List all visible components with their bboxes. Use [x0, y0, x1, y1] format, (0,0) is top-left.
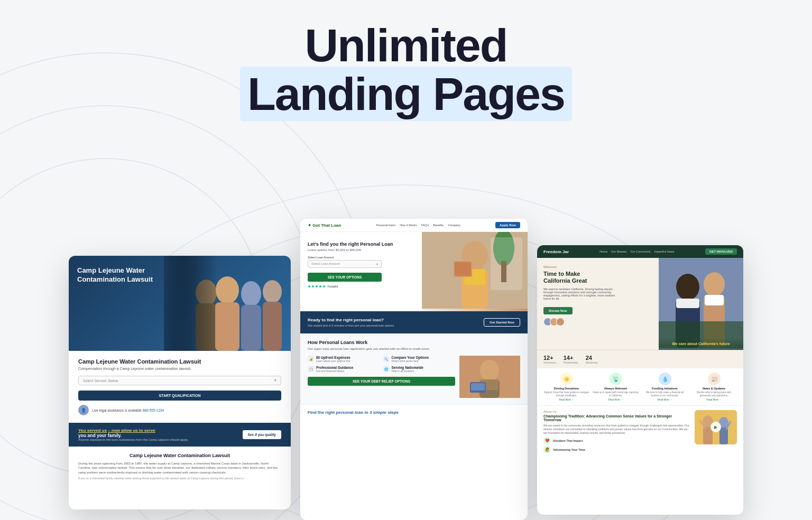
how-item-4: 🌐 Serving Nationwide Help in all locatio… — [383, 366, 456, 373]
star-4 — [319, 285, 322, 288]
center-find-loan: Find the right personal loan in 3 simple… — [300, 404, 528, 420]
loan-amount-select[interactable]: Select Loan Amount ▾ — [308, 260, 382, 268]
see-options-button[interactable]: SEE YOUR OPTIONS — [308, 273, 382, 282]
news-updates-icon: 📰 — [708, 373, 721, 385]
read-more-2[interactable]: Read More → — [593, 398, 639, 401]
how-item-2-desc: Select what works best — [392, 359, 429, 363]
right-nav-link-1[interactable]: Home — [599, 250, 607, 253]
feat-title-2: Always Relevant — [593, 387, 639, 390]
svg-rect-23 — [491, 237, 522, 290]
guidance-icon: 📋 — [308, 366, 314, 372]
right-hero-heading: Time to Make California Great — [543, 271, 652, 284]
about-heading: Championing Tradition: Advancing Common … — [543, 414, 690, 422]
right-hero-text: Welcome Time to Make California Great We… — [537, 258, 659, 350]
funding-initiatives-icon: 💧 — [659, 373, 671, 385]
play-button-overlay: ▶ — [695, 410, 737, 444]
stat-label-2: Partnerships — [564, 361, 578, 364]
right-navbar: Freedom Jar Home Our Mission Our Communi… — [537, 245, 743, 258]
card-left-content-title: Camp Lejeune Water Contamination Lawsuit — [78, 358, 281, 365]
avatar-row — [543, 318, 652, 326]
nav-link-2[interactable]: How it Works — [400, 224, 417, 227]
read-more-1[interactable]: Read More → — [543, 398, 589, 401]
driving-donations-icon: ☀️ — [560, 373, 573, 385]
see-qualify-button[interactable]: See if you qualify — [243, 430, 281, 439]
feat-news-updates: 📰 News & Updates Monitor what is taking … — [691, 373, 737, 401]
right-nav-link-4[interactable]: Impactful News — [654, 250, 675, 253]
how-right-image — [459, 356, 520, 398]
svg-point-10 — [241, 281, 261, 307]
how-item-4-title: Serving Nationwide — [392, 366, 423, 369]
feat-always-relevant: 📡 Always Relevant Keep up to speed with … — [593, 373, 639, 401]
center-nav-links: Personal loans How it Works FAQ's Benefi… — [376, 224, 460, 227]
loan-placeholder: Select Loan Amount — [311, 262, 340, 266]
nav-link-5[interactable]: Company — [448, 224, 460, 227]
center-logo: ✦ Got That Loan — [308, 223, 341, 228]
avatar: 👤 — [78, 405, 89, 415]
svg-rect-9 — [215, 302, 239, 351]
right-logo: Freedom Jar — [543, 249, 569, 254]
how-item-1-desc: Learn about your options first — [316, 359, 350, 363]
how-item-1-title: $0 Upfront Expenses — [316, 356, 350, 359]
welcome-label: Welcome — [543, 265, 652, 268]
stat-partnerships: 14+ Partnerships — [564, 355, 578, 364]
how-item-2-text: Compare Your Options Select what works b… — [392, 356, 429, 363]
stat-volunteers: 12+ Volunteers — [543, 355, 556, 364]
freedom-jar-card: Freedom Jar Home Our Mission Our Communi… — [537, 245, 743, 515]
compare-icon: 🔍 — [383, 356, 390, 362]
nav-link-4[interactable]: Benefits — [433, 224, 444, 227]
right-nav-link-2[interactable]: Our Mission — [611, 250, 626, 253]
read-more-4[interactable]: Read More → — [691, 398, 737, 401]
right-nav-cta[interactable]: GET INVOLVED — [705, 248, 737, 255]
service-status-select[interactable]: Select Service Status ▾ — [78, 376, 281, 385]
stat-label-3: Mentoring — [586, 361, 597, 364]
center-banner-text: Ready to find the right personal loan? G… — [308, 318, 394, 327]
center-card-inner: ✦ Got That Loan Personal loans How it Wo… — [300, 219, 528, 520]
right-card-inner: Freedom Jar Home Our Mission Our Communi… — [537, 245, 743, 515]
get-started-button[interactable]: Get Started Now — [484, 318, 520, 327]
donate-now-button[interactable]: Donate Now — [543, 307, 573, 314]
how-item-3-text: Professional Guidance Get and financial … — [316, 366, 353, 373]
right-hero-overlay: We care about California's future — [659, 338, 743, 350]
feat-title-1: Driving Donations — [543, 387, 589, 390]
svg-point-12 — [263, 280, 282, 303]
right-nav-link-3[interactable]: Our Community — [630, 250, 651, 253]
how-grid: 💰 $0 Upfront Expenses Learn about your o… — [308, 356, 455, 373]
phone-link[interactable]: 888-555-1234 — [143, 408, 164, 412]
got-that-loan-card: ✦ Got That Loan Personal loans How it Wo… — [300, 219, 528, 520]
read-more-3[interactable]: Read More → — [642, 398, 688, 401]
right-stats: 12+ Volunteers 14+ Partnerships 24 Mento… — [537, 350, 743, 368]
svg-rect-37 — [705, 295, 724, 305]
debt-relief-button[interactable]: SEE YOUR DEBT RELIEF OPTIONS — [308, 377, 455, 386]
center-nav-cta[interactable]: Apply Now — [495, 222, 520, 228]
card-left-content: Camp Lejeune Water Contamination Lawsuit… — [69, 351, 291, 423]
find-sub-text: 3 simple steps — [370, 410, 399, 415]
volunteering-row: 🙋 Volunteering Your Time — [543, 446, 690, 453]
how-item-3-title: Professional Guidance — [316, 366, 353, 369]
live-assist-label: Live legal assistance is available — [92, 408, 143, 412]
nav-link-1[interactable]: Personal loans — [376, 224, 395, 227]
hero-heading-1: Time to Make — [543, 271, 580, 277]
start-qualification-button[interactable]: START QUALIFICATION — [78, 391, 281, 401]
stat-num-3: 24 — [586, 355, 597, 361]
card-left-footer-p2: If you or a cherished family member were… — [78, 477, 281, 481]
how-item-3-desc: Get and financial advice — [316, 369, 353, 373]
how-item-2: 🔍 Compare Your Options Select what works… — [383, 356, 456, 363]
feat-desc-1: Support those that have guides to naviga… — [543, 391, 589, 397]
center-logo-text: ✦ Got That Loan — [308, 223, 341, 228]
nationwide-icon: 🌐 — [383, 366, 390, 372]
people-group — [164, 256, 291, 351]
play-button[interactable]: ▶ — [710, 422, 721, 432]
svg-rect-36 — [676, 299, 699, 308]
hero-title-section: Unlimited Landing Pages — [0, 21, 812, 119]
hero-title: Unlimited Landing Pages — [0, 21, 812, 119]
center-hero-sub: Loans options from $5,000 to $40,000 — [308, 248, 414, 252]
center-hero-photo — [422, 232, 528, 311]
expenses-icon: 💰 — [308, 356, 314, 362]
svg-point-25 — [480, 360, 499, 381]
how-item-2-title: Compare Your Options — [392, 356, 429, 359]
right-nav-links: Home Our Mission Our Community Impactful… — [599, 250, 674, 253]
how-item-4-desc: Help in all locations — [392, 369, 423, 373]
center-blue-banner: Ready to find the right personal loan? G… — [300, 311, 528, 333]
nav-link-3[interactable]: FAQ's — [421, 224, 429, 227]
about-image: ▶ — [695, 410, 737, 444]
